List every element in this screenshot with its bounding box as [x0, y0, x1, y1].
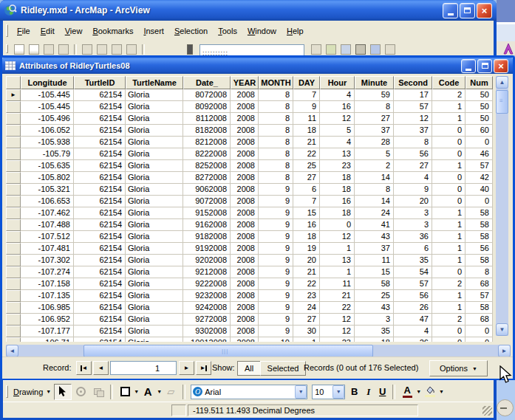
table-cell[interactable]: 4 — [320, 89, 355, 101]
row-selector[interactable]: ► — [6, 89, 21, 101]
table-cell[interactable]: 4 — [394, 326, 432, 337]
font-color-button[interactable]: A — [398, 384, 416, 400]
table-cell[interactable]: 50 — [465, 89, 493, 101]
tool-icon[interactable] — [311, 44, 321, 55]
table-cell[interactable]: 58 — [465, 302, 493, 314]
row-selector[interactable] — [6, 125, 21, 137]
table-cell[interactable]: 57 — [465, 160, 493, 172]
table-row[interactable]: -107.51262154Gloria918200820089181243361… — [6, 231, 493, 243]
table-cell[interactable]: Gloria — [126, 219, 183, 231]
table-cell[interactable]: 62154 — [74, 160, 126, 172]
row-selector[interactable] — [6, 243, 21, 255]
table-row[interactable]: -105.63562154Gloria825200820088252322715… — [6, 160, 493, 172]
table-cell[interactable]: 5 — [320, 125, 355, 137]
scroll-right-button[interactable]: ► — [498, 345, 511, 357]
table-cell[interactable]: Gloria — [126, 231, 183, 243]
desktop-app-icon[interactable] — [502, 43, 514, 55]
row-selector[interactable] — [6, 207, 21, 219]
table-cell[interactable]: 22 — [320, 302, 355, 314]
horizontal-scrollbar[interactable]: ◄ ||| ► — [6, 345, 511, 357]
column-header-second[interactable]: Second — [394, 76, 432, 89]
table-cell[interactable]: -105.938 — [21, 137, 74, 148]
table-cell[interactable]: 2008 — [231, 326, 259, 337]
table-cell[interactable]: 9 — [259, 243, 293, 255]
table-cell[interactable]: 2 — [432, 278, 465, 290]
table-cell[interactable]: 1 — [432, 231, 465, 243]
table-cell[interactable]: 8 — [259, 101, 293, 113]
table-cell[interactable]: 21 — [293, 266, 320, 278]
close-button[interactable]: × — [477, 3, 492, 18]
table-cell[interactable]: 47 — [394, 314, 432, 326]
table-maximize-button[interactable] — [477, 59, 492, 73]
table-cell[interactable]: 2008 — [231, 314, 259, 326]
table-cell[interactable]: 26 — [394, 302, 432, 314]
table-cell[interactable]: 9192008 — [183, 243, 231, 255]
print-icon[interactable] — [58, 44, 69, 55]
chevron-down-icon[interactable]: ▼ — [439, 389, 444, 394]
tool-icon[interactable] — [326, 44, 336, 55]
table-cell[interactable]: 7 — [293, 196, 320, 207]
table-cell[interactable]: -107.302 — [21, 255, 74, 266]
table-cell[interactable]: 2008 — [231, 196, 259, 207]
table-cell[interactable]: 5 — [355, 148, 394, 160]
table-cell[interactable]: 62154 — [74, 207, 126, 219]
scroll-up-button[interactable]: ▲ — [496, 76, 508, 89]
table-cell[interactable]: 22 — [293, 148, 320, 160]
table-cell[interactable]: 21 — [320, 290, 355, 302]
row-selector[interactable] — [6, 337, 21, 342]
minimize-button[interactable] — [443, 3, 458, 18]
table-cell[interactable]: 11 — [355, 255, 394, 266]
table-cell[interactable]: 11 — [320, 278, 355, 290]
table-cell[interactable]: 0 — [432, 196, 465, 207]
table-cell[interactable]: 16 — [320, 101, 355, 113]
table-cell[interactable]: 2008 — [231, 101, 259, 113]
menu-item-window[interactable]: Window — [242, 25, 282, 37]
maximize-button[interactable] — [460, 3, 475, 18]
table-cell[interactable]: 68 — [465, 314, 493, 326]
table-cell[interactable]: 62154 — [74, 278, 126, 290]
italic-button[interactable]: I — [361, 385, 375, 399]
table-cell[interactable]: 9272008 — [183, 314, 231, 326]
table-cell[interactable]: 21 — [293, 137, 320, 148]
column-header-num[interactable]: Num — [465, 76, 493, 89]
table-cell[interactable]: 6 — [394, 243, 432, 255]
table-cell[interactable]: 8 — [394, 137, 432, 148]
table-cell[interactable]: 8272008 — [183, 172, 231, 184]
table-cell[interactable]: 37 — [394, 125, 432, 137]
table-cell[interactable]: 2008 — [231, 302, 259, 314]
table-row[interactable]: -106.7162154Gloria1001200820081012318260… — [6, 337, 493, 342]
table-cell[interactable]: 1 — [432, 207, 465, 219]
table-cell[interactable]: 3 — [394, 207, 432, 219]
row-selector[interactable] — [6, 101, 21, 113]
table-cell[interactable]: 62154 — [74, 219, 126, 231]
table-cell[interactable]: 14 — [355, 196, 394, 207]
table-cell[interactable]: -105.321 — [21, 184, 74, 196]
table-row[interactable]: -105.44562154Gloria809200820088916857150 — [6, 101, 493, 113]
table-cell[interactable]: 3 — [394, 219, 432, 231]
table-cell[interactable]: 2008 — [231, 160, 259, 172]
table-cell[interactable]: 58 — [465, 231, 493, 243]
table-cell[interactable]: -106.952 — [21, 314, 74, 326]
table-cell[interactable]: 56 — [394, 148, 432, 160]
table-cell[interactable]: 2008 — [231, 89, 259, 101]
row-selector[interactable] — [6, 314, 21, 326]
table-cell[interactable]: 58 — [355, 278, 394, 290]
row-selector[interactable] — [6, 113, 21, 125]
table-cell[interactable]: 8222008 — [183, 148, 231, 160]
table-cell[interactable]: 25 — [293, 160, 320, 172]
table-cell[interactable]: 30 — [293, 326, 320, 337]
last-record-button[interactable]: ► — [196, 361, 211, 375]
save-icon[interactable] — [44, 44, 54, 55]
table-cell[interactable]: 2008 — [231, 137, 259, 148]
table-cell[interactable]: -107.462 — [21, 207, 74, 219]
table-cell[interactable]: 9152008 — [183, 207, 231, 219]
table-row[interactable]: -106.95262154Gloria927200820089271234726… — [6, 314, 493, 326]
resize-grip[interactable] — [482, 406, 492, 416]
table-cell[interactable]: -107.158 — [21, 278, 74, 290]
table-cell[interactable]: 56 — [465, 243, 493, 255]
table-cell[interactable]: -106.052 — [21, 125, 74, 137]
table-cell[interactable]: 2008 — [231, 231, 259, 243]
table-cell[interactable]: 28 — [355, 137, 394, 148]
table-cell[interactable]: 3 — [355, 314, 394, 326]
menu-item-help[interactable]: Help — [282, 25, 309, 37]
